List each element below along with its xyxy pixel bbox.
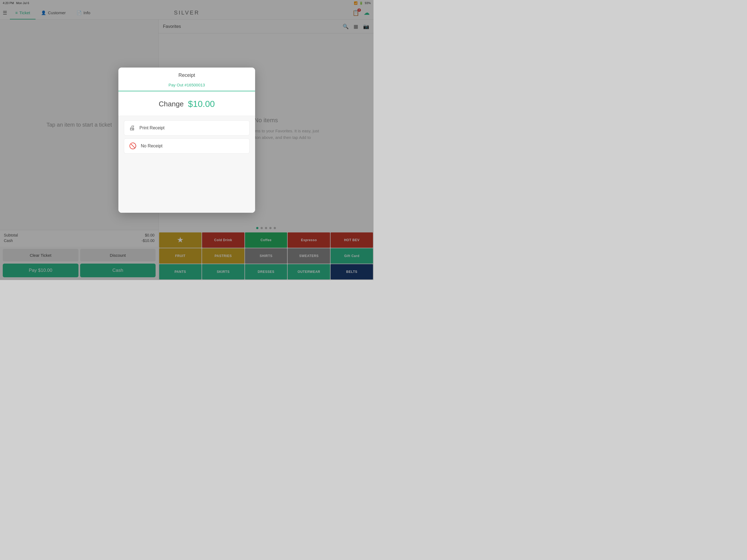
no-receipt-icon: 🚫	[129, 143, 136, 150]
print-receipt-label: Print Receipt	[139, 126, 164, 130]
modal-payout-row: Pay Out #16500013	[119, 81, 255, 91]
modal-buttons: 🖨 Print Receipt 🚫 No Receipt	[119, 116, 255, 158]
modal-header: Receipt	[119, 68, 255, 81]
modal-payout-number: Pay Out #16500013	[169, 82, 205, 87]
modal-title: Receipt	[125, 73, 249, 78]
printer-icon: 🖨	[129, 124, 135, 131]
receipt-modal: Receipt Pay Out #16500013 Change $10.00 …	[119, 68, 255, 213]
no-receipt-label: No Receipt	[141, 144, 162, 149]
print-receipt-button[interactable]: 🖨 Print Receipt	[124, 120, 250, 136]
modal-change-row: Change $10.00	[119, 91, 255, 116]
modal-spacer	[119, 158, 255, 213]
no-receipt-button[interactable]: 🚫 No Receipt	[124, 138, 250, 154]
modal-overlay: Receipt Pay Out #16500013 Change $10.00 …	[0, 0, 374, 280]
modal-change-label: Change	[159, 100, 184, 108]
modal-change-amount: $10.00	[188, 99, 215, 109]
